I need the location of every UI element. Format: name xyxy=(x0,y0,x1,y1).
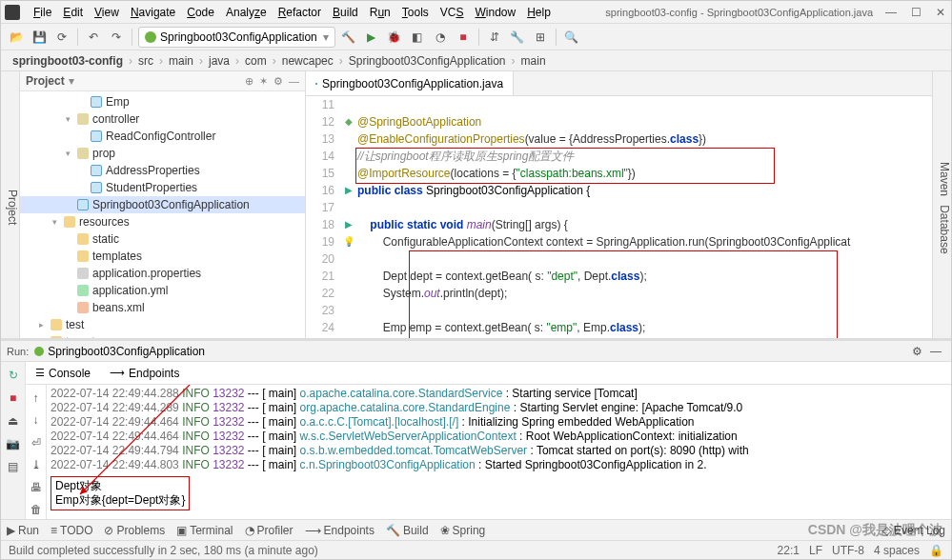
close-button[interactable]: ✕ xyxy=(934,6,947,19)
bottom-terminal[interactable]: ▣ Terminal xyxy=(176,524,233,537)
console-tab[interactable]: ☰ Console xyxy=(26,367,100,380)
tree-item[interactable]: ▾controller xyxy=(20,110,305,128)
stop-icon[interactable]: ■ xyxy=(454,28,473,47)
menu-refactor[interactable]: Refactor xyxy=(273,6,327,19)
bc-root[interactable]: springboot03-config xyxy=(9,54,127,68)
menu-tools[interactable]: Tools xyxy=(396,6,435,19)
minimize-button[interactable]: — xyxy=(884,6,898,19)
hide-icon[interactable]: — xyxy=(289,75,299,87)
maximize-button[interactable]: ☐ xyxy=(909,6,922,19)
menu-view[interactable]: View xyxy=(89,6,125,19)
menu-build[interactable]: Build xyxy=(327,6,364,19)
java-class-icon xyxy=(315,83,317,85)
cursor-pos[interactable]: 22:1 xyxy=(778,544,800,557)
up-icon[interactable]: ↑ xyxy=(27,389,46,408)
wrap-icon[interactable]: ⏎ xyxy=(27,433,46,452)
bc-src[interactable]: src xyxy=(134,54,157,68)
bc-method[interactable]: main xyxy=(517,54,550,68)
right-toolwindow-stripe[interactable]: Maven Database xyxy=(932,71,951,338)
menu-code[interactable]: Code xyxy=(181,6,220,19)
rerun-icon[interactable]: ↻ xyxy=(4,366,23,385)
run-config-select[interactable]: Springboot03ConfigApplication ▾ xyxy=(138,27,335,48)
locate-icon[interactable]: ⊕ xyxy=(245,75,253,88)
expand-icon[interactable]: ✶ xyxy=(259,75,268,88)
menu-analyze[interactable]: Analyze xyxy=(220,6,273,19)
menu-run[interactable]: Run xyxy=(364,6,396,19)
bottom-todo[interactable]: ≡ TODO xyxy=(51,524,92,537)
profile-icon[interactable]: ◔ xyxy=(431,28,450,47)
open-icon[interactable]: 📂 xyxy=(7,28,26,47)
encoding[interactable]: UTF-8 xyxy=(832,544,864,557)
bottom-profiler[interactable]: ◔ Profiler xyxy=(245,524,294,537)
down-icon[interactable]: ↓ xyxy=(27,411,46,430)
event-log[interactable]: ◇ Event Log xyxy=(882,524,945,537)
stop-run-icon[interactable]: ■ xyxy=(4,389,23,408)
left-toolwindow-stripe[interactable]: Project xyxy=(1,71,20,338)
undo-icon[interactable]: ↶ xyxy=(84,28,103,47)
redo-icon[interactable]: ↷ xyxy=(107,28,126,47)
tree-item[interactable]: application.yml xyxy=(20,282,305,299)
bc-com[interactable]: com xyxy=(241,54,271,68)
tree-item[interactable]: application.properties xyxy=(20,265,305,282)
save-icon[interactable]: 💾 xyxy=(30,28,49,47)
bottom-spring[interactable]: ❀ Spring xyxy=(440,524,486,537)
bottom-endpoints[interactable]: ⟶ Endpoints xyxy=(305,524,375,537)
layout-icon[interactable]: ▤ xyxy=(4,457,23,476)
wrench-icon[interactable]: 🔧 xyxy=(508,28,527,47)
trash-icon[interactable]: 🗑 xyxy=(27,501,46,520)
run-title: Springboot03ConfigApplication xyxy=(48,345,205,358)
menubar: File Edit View Navigate Code Analyze Ref… xyxy=(1,1,951,24)
bc-java[interactable]: java xyxy=(205,54,233,68)
tree-item[interactable]: StudentProperties xyxy=(20,179,305,196)
menu-edit[interactable]: Edit xyxy=(57,6,89,19)
project-title: Project xyxy=(26,74,65,88)
console-output[interactable]: 2022-07-14 22:49:44.288 INFO 13232 --- [… xyxy=(47,385,951,519)
spring-icon xyxy=(145,31,156,43)
tree-item[interactable]: AddressProperties xyxy=(20,162,305,179)
scroll-icon[interactable]: ⤓ xyxy=(27,456,46,475)
tree-item[interactable]: ▾resources xyxy=(20,213,305,230)
vcs-icon[interactable]: ⇵ xyxy=(485,28,504,47)
bc-newcapec[interactable]: newcapec xyxy=(278,54,337,68)
debug-icon[interactable]: 🐞 xyxy=(385,28,404,47)
hammer-icon[interactable]: 🔨 xyxy=(339,28,358,47)
tree-item[interactable]: Emp xyxy=(20,93,305,110)
tree-item[interactable]: templates xyxy=(20,248,305,265)
tree-item[interactable]: beans.xml xyxy=(20,299,305,316)
tree-item[interactable]: ▸test xyxy=(20,316,305,333)
menu-vcs[interactable]: VCS xyxy=(435,6,470,19)
code-content[interactable]: @SpringBootApplication @EnableConfigurat… xyxy=(357,96,932,338)
menu-help[interactable]: Help xyxy=(521,6,557,19)
tree-item[interactable]: ReadConfigController xyxy=(20,128,305,145)
bc-main[interactable]: main xyxy=(165,54,197,68)
lock-icon[interactable]: 🔒 xyxy=(929,544,943,557)
run-icon[interactable]: ▶ xyxy=(362,28,381,47)
line-sep[interactable]: LF xyxy=(809,544,822,557)
tree-item[interactable]: static xyxy=(20,230,305,248)
menu-file[interactable]: File xyxy=(28,6,57,19)
run-tool-window: Run: Springboot03ConfigApplication ⚙ — ↻… xyxy=(1,338,951,519)
tree-item[interactable]: ▾prop xyxy=(20,145,305,162)
bottom-build[interactable]: 🔨 Build xyxy=(386,524,429,537)
indent[interactable]: 4 spaces xyxy=(874,544,920,557)
project-tree[interactable]: Emp▾controllerReadConfigController▾propA… xyxy=(20,91,305,338)
editor-tab[interactable]: Springboot03ConfigApplication.java xyxy=(306,71,514,95)
endpoints-tab[interactable]: ⟶ Endpoints xyxy=(100,367,189,380)
bottom-run[interactable]: ▶ Run xyxy=(7,524,39,537)
exit-icon[interactable]: ⏏ xyxy=(4,411,23,430)
bc-class[interactable]: Springboot03ConfigApplication xyxy=(345,54,510,68)
tree-item[interactable]: Springboot03ConfigApplication xyxy=(20,196,305,213)
menu-navigate[interactable]: Navigate xyxy=(125,6,181,19)
sync-icon[interactable]: ⟳ xyxy=(52,28,71,47)
gear-icon[interactable]: ⚙ xyxy=(273,75,283,88)
gutter-icons: ◆ ▶▶ 💡 xyxy=(340,96,357,338)
menu-window[interactable]: Window xyxy=(469,6,521,19)
print-icon[interactable]: 🖶 xyxy=(27,478,46,497)
search-icon[interactable]: 🔍 xyxy=(562,28,581,47)
camera-icon[interactable]: 📷 xyxy=(4,434,23,453)
run-hide-icon[interactable]: — xyxy=(926,342,945,361)
run-gear-icon[interactable]: ⚙ xyxy=(907,342,926,361)
coverage-icon[interactable]: ◧ xyxy=(408,28,427,47)
bottom-problems[interactable]: ⊘ Problems xyxy=(104,524,165,537)
structure-icon[interactable]: ⊞ xyxy=(531,28,550,47)
